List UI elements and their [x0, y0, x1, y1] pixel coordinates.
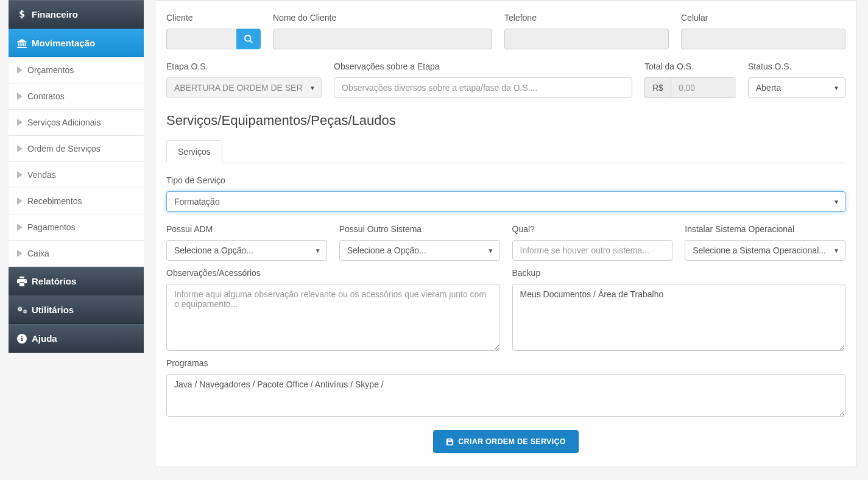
sidebar-item-recebimentos[interactable]: Recebimentos — [9, 188, 144, 214]
sidebar-item-pagamentos[interactable]: Pagamentos — [9, 214, 144, 241]
possui-outro-label: Possui Outro Sistema — [339, 224, 500, 234]
possui-adm-select[interactable]: Selecione a Opção... — [166, 240, 327, 261]
sidebar-item-caixa[interactable]: Caixa — [9, 241, 144, 267]
triangle-icon — [17, 93, 23, 100]
status-select[interactable]: Aberta — [748, 77, 845, 98]
sidebar-section-ajuda[interactable]: Ajuda — [9, 324, 144, 353]
sidebar-section-label: Financeiro — [32, 9, 78, 19]
sidebar-item-label: Contratos — [27, 91, 65, 101]
cliente-input[interactable] — [166, 29, 236, 49]
programas-textarea[interactable]: Java / Navegadores / Pacote Office / Ant… — [166, 374, 845, 417]
sidebar-item-orcamentos[interactable]: Orçamentos — [9, 57, 144, 83]
nome-cliente-input[interactable] — [273, 29, 492, 49]
bank-icon — [17, 38, 27, 48]
sidebar-section-label: Ajuda — [32, 333, 57, 344]
etapa-select[interactable]: ABERTURA DE ORDEM DE SERVIÇO — [166, 77, 322, 98]
sidebar-item-label: Orçamentos — [27, 65, 74, 75]
triangle-icon — [17, 171, 23, 178]
tipo-servico-label: Tipo de Serviço — [166, 175, 845, 185]
backup-label: Backup — [512, 268, 846, 278]
tabs: Serviços — [166, 139, 845, 163]
obs-etapa-input[interactable] — [334, 77, 632, 98]
celular-label: Celular — [681, 13, 845, 23]
sidebar-section-financeiro[interactable]: Financeiro — [9, 0, 144, 29]
dollar-icon — [17, 10, 27, 19]
triangle-icon — [17, 197, 23, 205]
sidebar-item-label: Pagamentos — [27, 222, 76, 232]
sidebar-item-ordem-servicos[interactable]: Ordem de Serviços — [9, 136, 144, 162]
obs-acessorios-textarea[interactable] — [166, 284, 500, 351]
sidebar-item-label: Caixa — [27, 249, 49, 258]
main-content: Cliente Nome do Cliente Telefone — [144, 0, 868, 480]
search-icon — [244, 35, 253, 43]
info-icon — [17, 334, 27, 344]
triangle-icon — [17, 250, 23, 257]
total-label: Total da O.S. — [644, 62, 736, 71]
sidebar-submenu-movimentacao: Orçamentos Contratos Serviços Adicionais… — [9, 57, 144, 267]
nome-cliente-label: Nome do Cliente — [273, 13, 492, 23]
total-input[interactable] — [671, 77, 736, 98]
cliente-search-button[interactable] — [236, 29, 261, 49]
qual-input[interactable] — [512, 240, 673, 261]
printer-icon — [17, 277, 27, 286]
tipo-servico-select[interactable]: Formatação — [166, 191, 845, 212]
sidebar-section-label: Movimentação — [32, 38, 95, 48]
sidebar-item-vendas[interactable]: Vendas — [9, 162, 144, 188]
sidebar-item-contratos[interactable]: Contratos — [9, 83, 144, 110]
triangle-icon — [17, 66, 23, 74]
gears-icon — [17, 305, 27, 315]
sidebar-item-label: Serviços Adicionais — [27, 118, 101, 127]
section-title: Serviços/Equipamentos/Peças/Laudos — [166, 113, 845, 129]
sidebar-item-label: Recebimentos — [27, 196, 82, 206]
programas-label: Programas — [166, 358, 845, 368]
criar-os-button[interactable]: CRIAR ORDEM DE SERVIÇO — [433, 430, 579, 453]
sidebar-item-servicos-adicionais[interactable]: Serviços Adicionais — [9, 110, 144, 136]
tab-servicos[interactable]: Serviços — [166, 140, 222, 163]
cliente-label: Cliente — [166, 13, 261, 23]
telefone-label: Telefone — [504, 13, 669, 23]
sidebar-section-label: Utilitários — [32, 305, 74, 315]
instalar-so-select[interactable]: Selecione a Sistema Operacional... — [685, 240, 845, 261]
triangle-icon — [17, 145, 23, 152]
possui-adm-label: Possui ADM — [166, 224, 327, 234]
obs-acessorios-label: Observações/Acessórios — [166, 268, 500, 278]
criar-os-button-label: CRIAR ORDEM DE SERVIÇO — [458, 437, 566, 446]
sidebar-item-label: Ordem de Serviços — [27, 144, 101, 154]
triangle-icon — [17, 224, 23, 231]
telefone-input[interactable] — [504, 29, 669, 49]
triangle-icon — [17, 119, 23, 126]
sidebar-section-relatorios[interactable]: Relatórios — [9, 267, 144, 295]
save-icon — [446, 438, 454, 446]
sidebar: Financeiro Movimentação Orçamentos Contr… — [9, 0, 144, 480]
celular-input[interactable] — [681, 29, 845, 49]
backup-textarea[interactable]: Meus Documentos / Área de Trabalho — [512, 284, 846, 351]
sidebar-section-movimentacao[interactable]: Movimentação — [9, 29, 144, 57]
etapa-label: Etapa O.S. — [166, 62, 322, 71]
total-prefix: R$ — [644, 77, 671, 98]
instalar-so-label: Instalar Sistema Operacional — [685, 224, 845, 234]
obs-etapa-label: Observações sobre a Etapa — [334, 62, 632, 71]
sidebar-section-utilitarios[interactable]: Utilitários — [9, 295, 144, 324]
status-label: Status O.S. — [748, 62, 845, 71]
qual-label: Qual? — [512, 224, 673, 234]
sidebar-section-label: Relatórios — [32, 276, 76, 286]
form-panel: Cliente Nome do Cliente Telefone — [155, 0, 857, 467]
possui-outro-select[interactable]: Selecione a Opção... — [339, 240, 500, 261]
sidebar-item-label: Vendas — [27, 170, 56, 180]
